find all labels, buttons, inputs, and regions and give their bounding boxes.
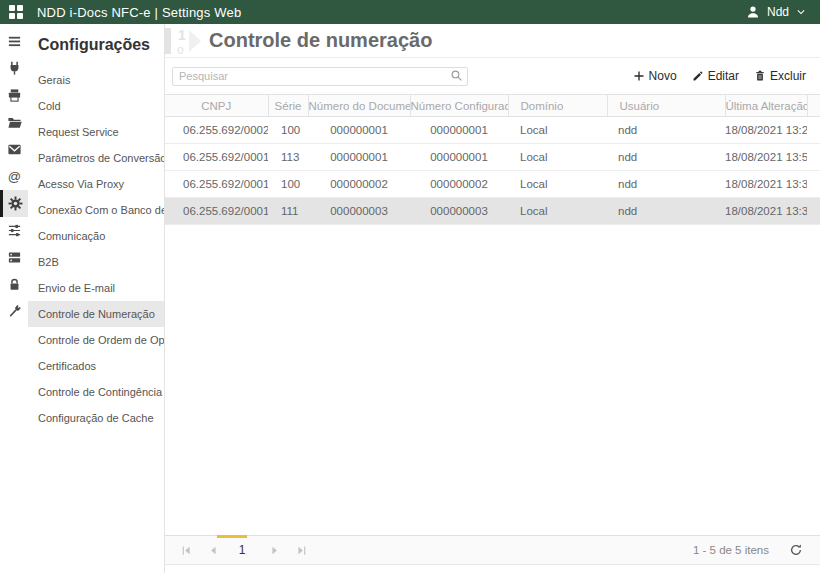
lock-icon	[7, 277, 22, 292]
cell-ultima-alteracao: 18/08/2021 13:28:29	[725, 117, 807, 144]
cell-cnpj: 06.255.692/0002-86	[165, 117, 268, 144]
table-row[interactable]: 06.255.692/0001-01 113 000000001 0000000…	[165, 144, 820, 171]
refresh-button[interactable]	[789, 543, 803, 557]
cell-numero-documento: 000000001	[308, 117, 410, 144]
rail-item-gear[interactable]	[0, 190, 28, 217]
plug-icon	[7, 61, 22, 76]
column-header-ultima-alteracao[interactable]: Última Alteração	[725, 95, 807, 117]
delete-button-label: Excluir	[770, 69, 806, 83]
column-header-usuario[interactable]: Usuário	[607, 95, 725, 117]
column-header-numero-documento[interactable]: Número do Documento	[308, 95, 410, 117]
cell-serie: 100	[268, 117, 308, 144]
previous-page-icon	[208, 545, 219, 556]
delete-button[interactable]: Excluir	[754, 69, 806, 83]
first-page-icon	[181, 545, 192, 556]
edit-button-label: Editar	[708, 69, 739, 83]
cell-usuario: ndd	[607, 144, 725, 171]
sidebar-item-conexao-banco-de-dados[interactable]: Conexão Com o Banco de Dados	[28, 197, 164, 223]
cell-dominio: Local	[508, 117, 607, 144]
rail-item-server[interactable]	[0, 244, 28, 271]
cell-ultima-alteracao: 18/08/2021 13:50:59	[725, 144, 807, 171]
main-content: 1 o Controle de numeração No	[165, 24, 820, 573]
cell-dominio: Local	[508, 171, 607, 198]
user-menu[interactable]: Ndd	[746, 5, 806, 19]
cell-numero-documento: 000000002	[308, 171, 410, 198]
column-header-cnpj[interactable]: CNPJ	[165, 95, 268, 117]
sidebar-item-envio-de-email[interactable]: Envio de E-mail	[28, 275, 164, 301]
sidebar-item-controle-contingencia[interactable]: Controle de Contingência	[28, 379, 164, 405]
printer-icon	[7, 88, 22, 103]
next-page-button[interactable]	[269, 545, 280, 556]
new-button-label: Novo	[649, 69, 677, 83]
sidebar-item-b2b[interactable]: B2B	[28, 249, 164, 275]
last-page-icon	[296, 545, 307, 556]
sidebar-item-comunicacao[interactable]: Comunicação	[28, 223, 164, 249]
server-icon	[7, 250, 22, 265]
toolbar: Novo Editar	[633, 69, 806, 83]
sidebar-item-request-service[interactable]: Request Service	[28, 119, 164, 145]
app-logo-icon	[9, 5, 23, 19]
sidebar-item-parametros-de-conversao[interactable]: Parâmetros de Conversão	[28, 145, 164, 171]
rail-item-sliders[interactable]	[0, 217, 28, 244]
rail-item-wrench[interactable]	[0, 298, 28, 325]
sidebar-item-certificados[interactable]: Certificados	[28, 353, 164, 379]
cell-numero-configurado: 000000001	[410, 144, 508, 171]
new-button[interactable]: Novo	[633, 69, 677, 83]
table-row[interactable]: 06.255.692/0001-01 100 000000002 0000000…	[165, 171, 820, 198]
current-page[interactable]: 1	[231, 543, 253, 557]
column-header-numero-configurado[interactable]: Número Configurado	[410, 95, 508, 117]
search-box	[172, 66, 468, 86]
at-sign-icon: @	[7, 169, 22, 184]
mail-icon	[7, 142, 22, 157]
user-icon	[746, 5, 760, 19]
rail-item-lock[interactable]	[0, 271, 28, 298]
search-icon[interactable]	[450, 69, 463, 82]
rail-item-folder-open[interactable]	[0, 109, 28, 136]
controls-row: Novo Editar	[165, 58, 820, 94]
sliders-icon	[7, 223, 22, 238]
folder-open-icon	[7, 115, 22, 130]
app-title: NDD i-Docs NFC-e | Settings Web	[37, 5, 241, 20]
wrench-icon	[7, 304, 22, 319]
edit-button[interactable]: Editar	[692, 69, 739, 83]
cell-numero-configurado: 000000002	[410, 171, 508, 198]
cell-numero-documento: 000000003	[308, 198, 410, 225]
first-page-button[interactable]	[181, 545, 192, 556]
grid-header-row: CNPJ Série Número do Documento Número Co…	[165, 95, 820, 117]
pager: 1 1 - 5 de 5 itens	[165, 535, 820, 565]
previous-page-button[interactable]	[208, 545, 219, 556]
page-header: 1 o Controle de numeração	[165, 24, 820, 58]
sidebar-item-controle-de-numeracao[interactable]: Controle de Numeração	[28, 301, 164, 327]
last-page-button[interactable]	[296, 545, 307, 556]
cell-usuario: ndd	[607, 171, 725, 198]
sidebar-item-gerais[interactable]: Gerais	[28, 67, 164, 93]
search-input[interactable]	[172, 67, 468, 86]
table-row[interactable]: 06.255.692/0002-86 100 000000001 0000000…	[165, 117, 820, 144]
rail-item-at-sign[interactable]: @	[0, 163, 28, 190]
trash-icon	[754, 70, 766, 82]
svg-text:1: 1	[178, 27, 186, 43]
table-row-selected[interactable]: 06.255.692/0001-01 111 000000003 0000000…	[165, 198, 820, 225]
cell-usuario: ndd	[607, 117, 725, 144]
sidebar-title: Configurações	[28, 24, 164, 67]
rail-item-printer[interactable]	[0, 82, 28, 109]
column-header-dominio[interactable]: Domínio	[508, 95, 607, 117]
cell-ultima-alteracao: 18/08/2021 13:30:12	[725, 171, 807, 198]
cell-serie: 111	[268, 198, 308, 225]
cell-numero-documento: 000000001	[308, 144, 410, 171]
sidebar-item-configuracao-de-cache[interactable]: Configuração de Cache	[28, 405, 164, 431]
sidebar-item-acesso-via-proxy[interactable]: Acesso Via Proxy	[28, 171, 164, 197]
sidebar-item-controle-ordem-operacao[interactable]: Controle de Ordem de Operação	[28, 327, 164, 353]
svg-text:@: @	[7, 169, 20, 184]
rail-item-plug[interactable]	[0, 55, 28, 82]
rail-item-mail[interactable]	[0, 136, 28, 163]
cell-serie: 100	[268, 171, 308, 198]
cell-dominio: Local	[508, 144, 607, 171]
cell-numero-configurado: 000000001	[410, 117, 508, 144]
column-header-serie[interactable]: Série	[268, 95, 308, 117]
next-page-icon	[269, 545, 280, 556]
chevron-down-icon	[796, 7, 806, 17]
pager-items-info: 1 - 5 de 5 itens	[693, 544, 769, 556]
sidebar-item-cold[interactable]: Cold	[28, 93, 164, 119]
rail-item-menu[interactable]	[0, 28, 28, 55]
